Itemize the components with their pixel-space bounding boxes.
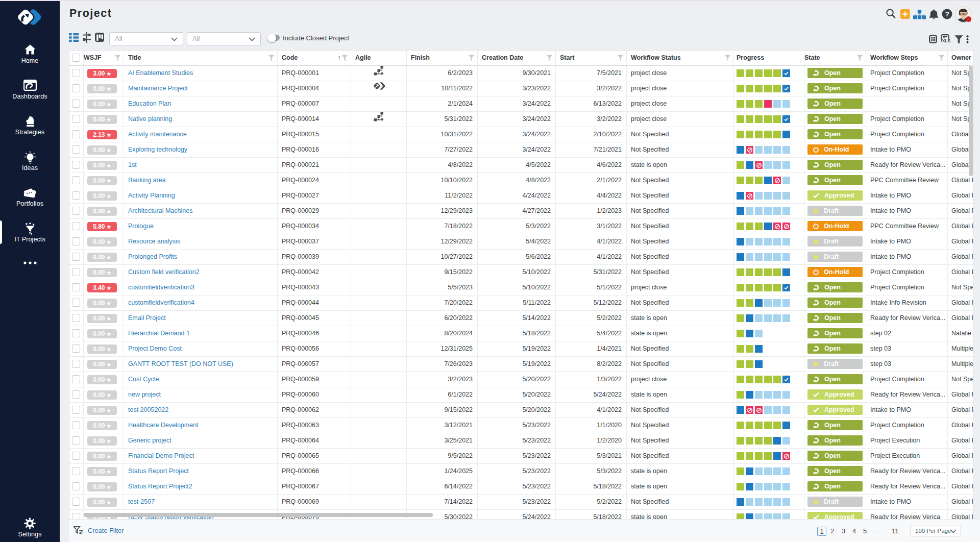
svg-text:XLS: XLS xyxy=(942,38,950,43)
svg-text:?: ? xyxy=(945,10,949,18)
